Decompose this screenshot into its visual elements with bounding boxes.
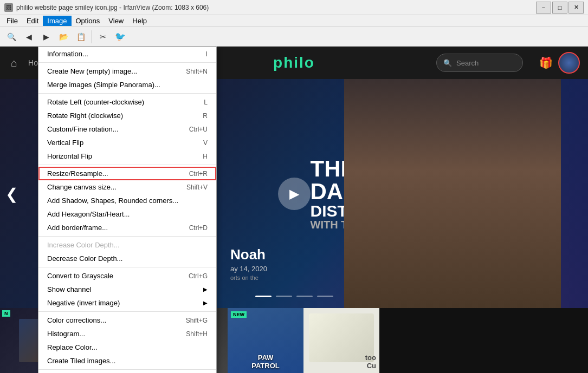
menu-edit[interactable]: Edit <box>22 16 43 26</box>
menu-resize-resample[interactable]: Resize/Resample... Ctrl+R <box>38 167 216 180</box>
play-button[interactable]: ▶ <box>278 178 311 210</box>
menu-rotate-left[interactable]: Rotate Left (counter-clockwise) L <box>38 95 216 109</box>
toolbar-separator <box>92 30 92 43</box>
menu-custom-rotation[interactable]: Custom/Fine rotation... Ctrl+U <box>38 122 216 136</box>
nav-label: Ho <box>28 58 38 67</box>
close-button[interactable]: ✕ <box>568 2 584 14</box>
menu-color-corrections[interactable]: Color corrections... Shift+G <box>38 313 216 327</box>
image-menu-dropdown: Information... I Create New (empty) imag… <box>38 47 217 373</box>
thumbnail-5[interactable]: tooCu <box>303 308 379 373</box>
menu-sep-1 <box>38 62 216 63</box>
menu-information[interactable]: Information... I <box>38 47 216 61</box>
maximize-button[interactable]: □ <box>552 2 567 14</box>
next-image-button[interactable]: ▶ <box>38 29 54 44</box>
menu-increase-color: Increase Color Depth... <box>38 238 216 252</box>
carousel-dot-1[interactable] <box>255 296 272 297</box>
carousel-dots <box>255 296 333 297</box>
carousel-dot-2[interactable] <box>276 296 292 297</box>
menu-view[interactable]: View <box>104 16 128 26</box>
menu-options[interactable]: Options <box>72 16 105 26</box>
home-icon: ⌂ <box>11 57 17 69</box>
menu-bar: File Edit Image Options View Help <box>0 15 588 27</box>
menu-grayscale[interactable]: Convert to Grayscale Ctrl+G <box>38 269 216 283</box>
carousel-dot-3[interactable] <box>296 296 313 297</box>
menu-create-tiled[interactable]: Create Tiled images... <box>38 354 216 368</box>
hero-date: ay 14, 2020 <box>230 265 267 273</box>
open-button[interactable]: 📂 <box>55 29 72 44</box>
menu-show-channel[interactable]: Show channel ▶ <box>38 283 216 296</box>
menu-create-new[interactable]: Create New (empty) image... Shift+N <box>38 64 216 78</box>
menu-horizontal-flip[interactable]: Horizontal Flip H <box>38 149 216 163</box>
main-area: ⌂ Ho philo 🔍 Search 🎁 THE DAILY SO DISTA… <box>0 47 588 373</box>
cut-button[interactable]: ✂ <box>95 29 111 44</box>
menu-histogram[interactable]: Histogram... Shift+H <box>38 327 216 341</box>
menu-replace-color[interactable]: Replace Color... <box>38 341 216 354</box>
title-bar: 🖼 phililo website page smiley icon.jpg -… <box>0 0 588 15</box>
irfan-icon-button[interactable]: 🐦 <box>112 29 128 44</box>
philo-logo: philo <box>273 54 315 71</box>
trevor-noah-figure <box>344 79 561 308</box>
title-bar-left: 🖼 phililo website page smiley icon.jpg -… <box>4 3 209 12</box>
menu-add-shadow[interactable]: Add Shadow, Shapes, Rounded corners... <box>38 194 216 207</box>
gift-icon: 🎁 <box>539 56 553 69</box>
menu-change-canvas[interactable]: Change canvas size... Shift+V <box>38 180 216 194</box>
menu-help[interactable]: Help <box>128 16 151 26</box>
menu-vertical-flip[interactable]: Vertical Flip V <box>38 136 216 149</box>
new-badge-4: NEW <box>231 311 247 318</box>
menu-sep-5 <box>38 267 216 267</box>
menu-sep-3 <box>38 165 216 165</box>
window-controls: − □ ✕ <box>536 2 584 14</box>
search-icon: 🔍 <box>443 59 452 67</box>
carousel-dot-4[interactable] <box>317 296 333 297</box>
new-badge-1: N <box>2 310 10 317</box>
menu-image[interactable]: Image <box>43 16 71 26</box>
menu-sep-6 <box>38 311 216 312</box>
menu-merge-images[interactable]: Merge images (Simple Panorama)... <box>38 78 216 91</box>
copy-button[interactable]: 📋 <box>73 29 89 44</box>
prev-image-button[interactable]: ◀ <box>21 29 37 44</box>
menu-sep-2 <box>38 93 216 94</box>
minimize-button[interactable]: − <box>536 2 551 14</box>
carousel-prev-button[interactable]: ❮ <box>5 185 18 202</box>
user-avatar[interactable] <box>558 52 580 74</box>
search-placeholder: Search <box>456 59 479 67</box>
thumb-label-5: tooCu <box>307 354 376 370</box>
hero-desc: orts on the <box>230 274 267 281</box>
hero-title: Noah <box>230 246 267 263</box>
hero-info: Noah ay 14, 2020 orts on the <box>230 246 267 281</box>
thumbnail-4[interactable]: NEW PAWPATROL <box>228 308 303 373</box>
menu-sep-4 <box>38 236 216 237</box>
thumb-label-4: PAWPATROL <box>231 354 300 370</box>
menu-add-border[interactable]: Add border/frame... Ctrl+D <box>38 221 216 234</box>
menu-file[interactable]: File <box>2 16 22 26</box>
window-title: phililo website page smiley icon.jpg - I… <box>16 4 209 11</box>
menu-add-hexagon[interactable]: Add Hexagon/Star/Heart... <box>38 207 216 221</box>
search-bar[interactable]: 🔍 Search <box>436 54 523 72</box>
menu-decrease-color[interactable]: Decrease Color Depth... <box>38 252 216 265</box>
toolbar: 🔍 ◀ ▶ 📂 📋 ✂ 🐦 <box>0 27 588 47</box>
zoom-out-button[interactable]: 🔍 <box>3 29 20 44</box>
menu-rotate-right[interactable]: Rotate Right (clockwise) R <box>38 109 216 122</box>
app-icon: 🖼 <box>4 3 13 12</box>
menu-negative[interactable]: Negative (invert image) ▶ <box>38 296 216 310</box>
menu-sep-7 <box>38 369 216 370</box>
